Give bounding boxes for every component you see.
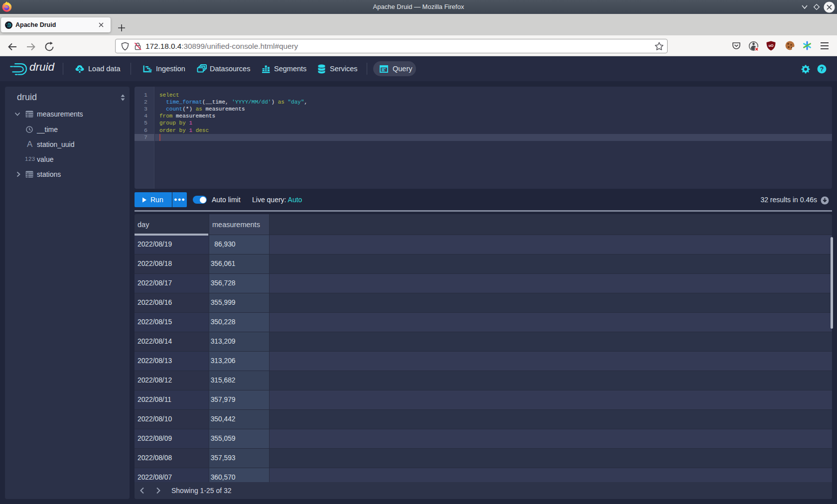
svg-text:uO: uO [769,44,774,47]
svg-text:?: ? [820,66,824,73]
